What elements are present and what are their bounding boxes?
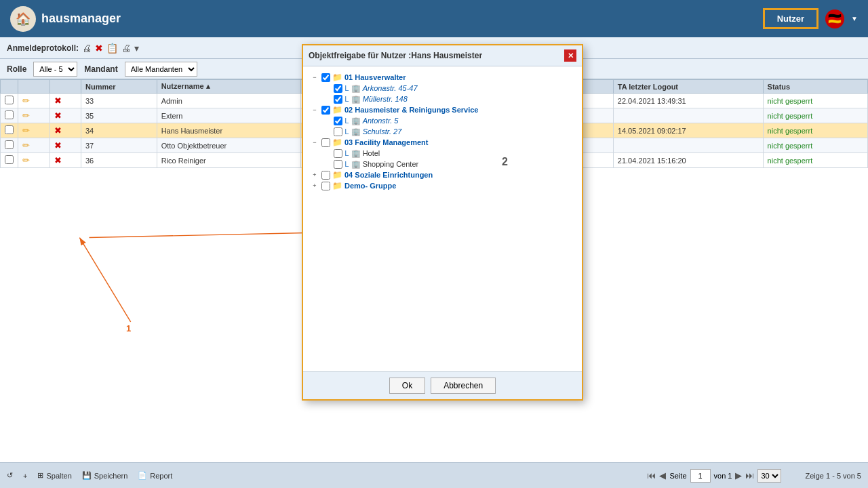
tree-toggle[interactable]: +: [310, 170, 319, 180]
tree-label: 03 Facility Management: [344, 138, 429, 146]
tree-group-node[interactable]: −📁01 Hausverwalter: [310, 72, 575, 83]
folder-icon: 📁: [332, 181, 342, 190]
tree-building-node[interactable]: L 🏢Hotel: [322, 148, 575, 159]
dialog-body: −📁01 HausverwalterL 🏢Arkonastr. 45-47L 🏢…: [303, 66, 582, 371]
folder-icon: 📁: [332, 170, 342, 180]
building-icon: 🏢: [351, 149, 361, 158]
tree-label: Hotel: [363, 149, 380, 157]
tree-label: 01 Hausverwalter: [344, 73, 406, 81]
tree-group: −📁02 Hausmeister & Reinigungs ServiceL 🏢…: [310, 104, 575, 137]
tree-connector: L: [344, 149, 349, 158]
building-icon: 🏢: [351, 95, 361, 104]
dialog-close-button[interactable]: ✕: [564, 49, 576, 62]
tree-group-node[interactable]: −📁03 Facility Management: [310, 137, 575, 148]
tree-group-node[interactable]: −📁02 Hausmeister & Reinigungs Service: [310, 104, 575, 115]
tree-checkbox[interactable]: [334, 117, 342, 125]
tree-label: Arkonastr. 45-47: [363, 84, 418, 92]
tree-toggle[interactable]: −: [310, 73, 319, 82]
tree-label: 02 Hausmeister & Reinigungs Service: [344, 106, 478, 114]
tree-group: L 🏢Schulstr. 27: [322, 126, 575, 137]
tree-checkbox[interactable]: [334, 127, 342, 136]
tree-connector: L: [344, 95, 349, 104]
tree-group: +📁04 Soziale Einrichtungen: [310, 169, 575, 180]
tree-checkbox[interactable]: [321, 182, 330, 190]
tree-children: L 🏢HotelL 🏢Shopping Center: [310, 148, 575, 169]
tree-toggle[interactable]: +: [310, 181, 319, 190]
tree-checkbox[interactable]: [334, 149, 342, 158]
tree-checkbox[interactable]: [321, 171, 330, 180]
tree-group: L 🏢Müllerstr. 148: [322, 94, 575, 104]
tree-checkbox[interactable]: [334, 84, 342, 93]
building-icon: 🏢: [351, 160, 361, 169]
dialog-footer: Ok Abbrechen: [303, 371, 582, 399]
tree-checkbox[interactable]: [321, 106, 330, 115]
tree-group: L 🏢Arkonastr. 45-47: [322, 83, 575, 94]
annotation-2: 2: [502, 156, 508, 168]
tree-checkbox[interactable]: [321, 73, 330, 82]
folder-icon: 📁: [332, 105, 342, 115]
tree-group-node[interactable]: +📁Demo- Gruppe: [310, 180, 575, 191]
tree-group: −📁01 HausverwalterL 🏢Arkonastr. 45-47L 🏢…: [310, 72, 575, 104]
folder-icon: 📁: [332, 138, 342, 147]
tree-checkbox[interactable]: [334, 160, 342, 169]
tree-children: L 🏢Antonstr. 5L 🏢Schulstr. 27: [310, 115, 575, 137]
tree-children: L 🏢Arkonastr. 45-47L 🏢Müllerstr. 148: [310, 83, 575, 104]
tree-building-node[interactable]: L 🏢Arkonastr. 45-47: [322, 83, 575, 94]
building-icon: 🏢: [351, 127, 361, 136]
object-release-dialog: Objektfreigabe für Nutzer :Hans Hausmeis…: [302, 44, 583, 401]
tree-label: Demo- Gruppe: [344, 182, 396, 190]
tree-group: −📁03 Facility ManagementL 🏢HotelL 🏢Shopp…: [310, 137, 575, 169]
modal-backdrop: Objektfreigabe für Nutzer :Hans Hausmeis…: [0, 0, 868, 488]
tree-connector: L: [344, 127, 349, 136]
tree-connector: L: [344, 117, 349, 125]
tree-building-node[interactable]: L 🏢Müllerstr. 148: [322, 94, 575, 104]
abbrechen-button[interactable]: Abbrechen: [431, 378, 496, 394]
tree-toggle[interactable]: −: [310, 138, 319, 147]
tree-group: L 🏢Antonstr. 5: [322, 115, 575, 126]
dialog-title: Objektfreigabe für Nutzer :Hans Hausmeis…: [309, 51, 482, 60]
folder-icon: 📁: [332, 73, 342, 82]
tree-checkbox[interactable]: [334, 95, 342, 104]
building-icon: 🏢: [351, 84, 361, 93]
dialog-titlebar: Objektfreigabe für Nutzer :Hans Hausmeis…: [303, 45, 582, 66]
tree-label: Antonstr. 5: [363, 117, 399, 125]
tree-building-node[interactable]: L 🏢Antonstr. 5: [322, 115, 575, 126]
tree-label: Schulstr. 27: [363, 127, 402, 136]
tree-building-node[interactable]: L 🏢Schulstr. 27: [322, 126, 575, 137]
tree-connector: L: [344, 84, 349, 93]
tree-label: Shopping Center: [363, 160, 419, 168]
tree-group-node[interactable]: +📁04 Soziale Einrichtungen: [310, 169, 575, 180]
tree-checkbox[interactable]: [321, 138, 330, 147]
tree-label: 04 Soziale Einrichtungen: [344, 171, 433, 179]
ok-button[interactable]: Ok: [389, 378, 425, 394]
tree-label: Müllerstr. 148: [363, 95, 408, 103]
tree-group: +📁Demo- Gruppe: [310, 180, 575, 191]
tree-toggle[interactable]: −: [310, 105, 319, 115]
tree-building-node[interactable]: L 🏢Shopping Center: [322, 159, 575, 169]
tree-group: L 🏢Hotel: [322, 148, 575, 159]
tree-group: L 🏢Shopping Center: [322, 159, 575, 169]
tree-connector: L: [344, 160, 349, 169]
building-icon: 🏢: [351, 117, 361, 125]
